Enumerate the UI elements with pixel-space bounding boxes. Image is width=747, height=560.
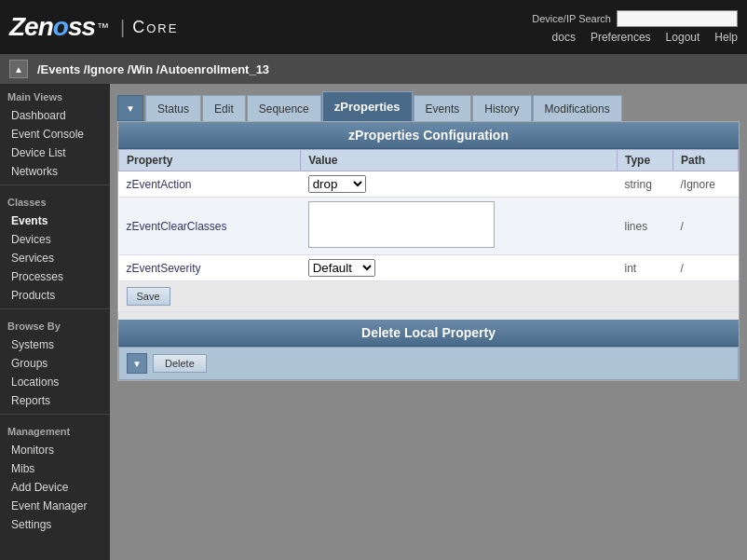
prop-zeventclear-name: zEventClearClasses (119, 198, 301, 255)
col-path: Path (673, 150, 739, 171)
logo-text: Zenoss (9, 12, 95, 42)
prop-zeventsev-name: zEventSeverity (119, 255, 301, 281)
zeventclear-textarea[interactable] (308, 201, 495, 248)
sidebar-item-settings[interactable]: Settings (0, 515, 110, 534)
sidebar: Main Views Dashboard Event Console Devic… (0, 84, 110, 560)
tab-dropdown[interactable]: ▼ (117, 95, 143, 121)
tab-edit[interactable]: Edit (202, 95, 246, 121)
prop-zeventclear-type: lines (618, 198, 673, 255)
sidebar-item-processes[interactable]: Processes (0, 267, 110, 286)
nav-row: docs Preferences Logout Help (552, 31, 738, 44)
search-label: Device/IP Search (532, 13, 611, 24)
zprop-table: Property Value Type Path zEventAction dr… (118, 149, 739, 312)
sidebar-item-systems[interactable]: Systems (0, 335, 110, 354)
prop-zeventaction-name: zEventAction (119, 171, 301, 198)
prop-zeventsev-type: int (618, 255, 673, 281)
tab-modifications[interactable]: Modifications (533, 95, 622, 121)
col-type: Type (618, 150, 673, 171)
sidebar-item-reports[interactable]: Reports (0, 391, 110, 410)
prop-zeventclear-value (301, 198, 618, 255)
prop-zeventclear-path: / (673, 198, 739, 255)
col-value: Value (301, 150, 618, 171)
browse-by-title: Browse By (0, 313, 110, 335)
sidebar-item-groups[interactable]: Groups (0, 354, 110, 373)
breadcrumb-bar: ▲ /Events /Ignore /Win /Autoenrollment_1… (0, 54, 747, 84)
docs-link[interactable]: docs (552, 31, 576, 44)
sidebar-item-locations[interactable]: Locations (0, 373, 110, 391)
trademark-icon: ™ (97, 20, 109, 34)
table-row: zEventAction drop status history string … (119, 171, 739, 198)
sidebar-item-dashboard[interactable]: Dashboard (0, 106, 110, 125)
content-area: ▼ Status Edit Sequence zProperties Event… (110, 84, 747, 560)
header-right: Device/IP Search docs Preferences Logout… (532, 10, 738, 44)
logo: Zenoss ™ | Core (9, 12, 178, 42)
sidebar-item-device-list[interactable]: Device List (0, 143, 110, 162)
tab-history[interactable]: History (472, 95, 531, 121)
zeventaction-select[interactable]: drop status history (308, 175, 366, 193)
zeventseverity-select[interactable]: Default Critical Error Warning Info Debu… (308, 259, 375, 277)
divider-2 (0, 308, 110, 309)
main-views-title: Main Views (0, 84, 110, 106)
main-layout: Main Views Dashboard Event Console Devic… (0, 84, 747, 560)
logout-link[interactable]: Logout (666, 31, 700, 44)
col-property: Property (119, 150, 301, 171)
delete-row: ▼ Delete (118, 347, 739, 380)
sidebar-item-services[interactable]: Services (0, 249, 110, 267)
main-panel: zProperties Configuration Property Value… (117, 121, 740, 381)
save-row: Save (119, 281, 739, 312)
prop-zeventaction-value: drop status history (301, 171, 618, 198)
prop-zeventsev-path: / (673, 255, 739, 281)
sidebar-item-products[interactable]: Products (0, 286, 110, 305)
sidebar-item-event-console[interactable]: Event Console (0, 125, 110, 143)
save-button[interactable]: Save (127, 287, 170, 306)
sidebar-item-event-manager[interactable]: Event Manager (0, 497, 110, 515)
delete-dropdown[interactable]: ▼ (127, 353, 147, 374)
search-row: Device/IP Search (532, 10, 738, 27)
search-input[interactable] (617, 10, 738, 27)
breadcrumb: /Events /Ignore /Win /Autoenrollment_13 (37, 62, 269, 76)
sidebar-item-networks[interactable]: Networks (0, 162, 110, 181)
header: Zenoss ™ | Core Device/IP Search docs Pr… (0, 0, 747, 54)
prop-zeventsev-value: Default Critical Error Warning Info Debu… (301, 255, 618, 281)
sidebar-item-mibs[interactable]: Mibs (0, 459, 110, 478)
tabs: ▼ Status Edit Sequence zProperties Event… (117, 91, 740, 121)
logo-separator: | (120, 17, 125, 38)
logo-core: Core (132, 18, 178, 37)
management-title: Management (0, 418, 110, 441)
sidebar-item-monitors[interactable]: Monitors (0, 441, 110, 459)
delete-button[interactable]: Delete (153, 354, 207, 373)
divider-3 (0, 414, 110, 415)
preferences-link[interactable]: Preferences (591, 31, 651, 44)
table-row: zEventSeverity Default Critical Error Wa… (119, 255, 739, 281)
tab-status[interactable]: Status (145, 95, 201, 121)
sidebar-item-devices[interactable]: Devices (0, 230, 110, 249)
divider-1 (0, 184, 110, 185)
collapse-button[interactable]: ▲ (9, 60, 28, 78)
tab-events[interactable]: Events (414, 95, 472, 121)
tab-sequence[interactable]: Sequence (247, 95, 321, 121)
prop-zeventaction-path: /Ignore (673, 171, 739, 198)
delete-local-header: Delete Local Property (118, 320, 739, 347)
zprop-config-header: zProperties Configuration (118, 122, 739, 149)
sidebar-item-events[interactable]: Events (0, 212, 110, 230)
table-row: zEventClearClasses lines / (119, 198, 739, 255)
tab-zproperties[interactable]: zProperties (322, 91, 413, 121)
prop-zeventaction-type: string (618, 171, 673, 198)
sidebar-item-add-device[interactable]: Add Device (0, 478, 110, 497)
help-link[interactable]: Help (714, 31, 738, 44)
classes-title: Classes (0, 189, 110, 212)
